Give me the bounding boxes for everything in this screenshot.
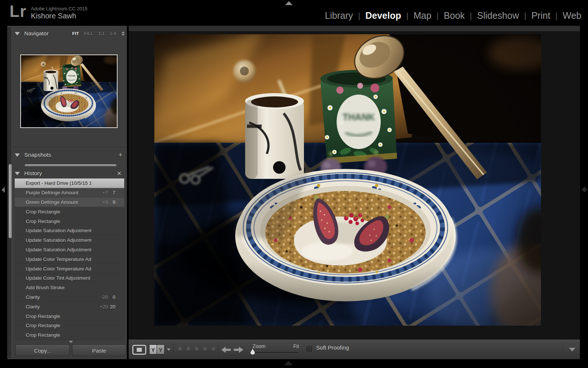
navigator-title: Navigator <box>24 30 49 37</box>
history-row[interactable]: Crop Rectangle <box>15 216 124 226</box>
before-view-label[interactable]: Y <box>149 344 157 354</box>
collapse-triangle-icon[interactable] <box>15 172 20 175</box>
collapse-triangle-icon[interactable] <box>15 32 20 35</box>
zoom-slider-thumb-icon[interactable] <box>250 348 255 355</box>
history-step-value: 20 <box>108 304 124 309</box>
history-row[interactable]: Crop Rectangle <box>15 311 124 321</box>
history-row[interactable]: Update Saturation Adjustment <box>15 245 124 255</box>
left-panel: Navigator FITFILL1:11:4 Snapshots + Hist… <box>7 26 127 359</box>
zoom-ratio-stepper-icon[interactable] <box>122 31 125 36</box>
section-divider <box>7 147 127 148</box>
next-photo-arrow-icon[interactable] <box>234 347 243 353</box>
snapshots-header[interactable]: Snapshots + <box>12 149 125 160</box>
expand-right-panel-grip-icon[interactable] <box>582 187 587 193</box>
history-step-label: Clarity <box>15 294 91 300</box>
history-row[interactable]: Update Color Temperature Adjustment <box>15 264 124 273</box>
expand-top-panel-arrow-icon[interactable] <box>285 1 293 5</box>
history-row[interactable]: Update Color Tint Adjustment <box>15 273 124 283</box>
module-print[interactable]: Print <box>531 10 550 21</box>
navigator-mode-1-1[interactable]: 1:1 <box>98 31 105 36</box>
photo-canvas[interactable] <box>154 34 541 326</box>
star-icon[interactable]: ★ <box>176 344 183 353</box>
before-after-dropdown-icon[interactable] <box>167 348 171 351</box>
soft-proofing-checkbox[interactable] <box>306 346 312 351</box>
snapshots-empty-bar <box>24 164 117 167</box>
history-step-label: Add Brush Stroke <box>15 285 91 290</box>
history-step-label: Crop Rectangle <box>15 323 91 328</box>
content-area <box>129 26 580 339</box>
toolbar-separator <box>563 343 563 357</box>
expand-bottom-panel-grip-icon[interactable] <box>283 361 294 366</box>
zoom-slider-track[interactable] <box>252 352 298 353</box>
module-map[interactable]: Map <box>413 10 431 21</box>
loupe-view-icon[interactable] <box>132 345 146 355</box>
star-icon[interactable]: ★ <box>193 344 200 353</box>
module-picker: Library|Develop|Map|Book|Slideshow|Print… <box>325 10 581 21</box>
history-row[interactable]: Update Saturation Adjustment <box>15 226 124 236</box>
history-step-delta: +20 <box>91 304 108 309</box>
navigator-mode-fill[interactable]: FILL <box>84 31 93 36</box>
history-row[interactable]: Crop Rectangle <box>15 207 124 216</box>
history-step-label: Purple Defringe Amount <box>15 190 91 195</box>
star-icon[interactable]: ★ <box>201 344 208 353</box>
module-book[interactable]: Book <box>444 10 465 21</box>
history-row[interactable]: Export - Hard Drive (10/5/15 11:28:4... <box>15 178 124 188</box>
history-step-value: 7 <box>108 190 124 195</box>
previous-photo-arrow-icon[interactable] <box>221 347 231 353</box>
before-after-button[interactable]: Y Y <box>149 344 165 354</box>
clear-history-icon[interactable]: ✕ <box>117 170 122 177</box>
history-step-label: Update Color Tint Adjustment <box>15 275 91 281</box>
identity-plate-product: Adobe Lightroom CC 2015 <box>31 6 87 11</box>
soft-proofing-label: Soft Proofing <box>316 344 349 351</box>
star-icon[interactable]: ★ <box>210 344 217 353</box>
zoom-fit-label: Fit <box>293 343 299 349</box>
identity-plate-user: Kishore Sawh <box>31 12 76 20</box>
toolbar-options-dropdown-icon[interactable] <box>569 348 576 351</box>
history-row[interactable]: Green Defringe Amount+99 <box>15 198 124 207</box>
module-separator: | <box>401 11 413 21</box>
panel-resize-triangle-icon[interactable] <box>69 341 73 343</box>
history-step-delta: -20 <box>91 294 108 300</box>
lightroom-logo: Lr <box>10 2 26 21</box>
toolbar: Y Y ★★★★★ Zoom Fit Soft Proofing <box>129 339 580 359</box>
right-window-edge <box>580 26 588 359</box>
top-bar: Lr Adobe Lightroom CC 2015 Kishore Sawh … <box>0 0 588 26</box>
collapse-left-panel-arrow-icon[interactable] <box>1 187 5 193</box>
module-library[interactable]: Library <box>325 10 353 21</box>
module-slideshow[interactable]: Slideshow <box>477 10 519 21</box>
panel-scrollbar-track[interactable] <box>8 27 12 358</box>
history-step-label: Green Defringe Amount <box>15 199 91 205</box>
navigator-thumbnail[interactable] <box>20 54 118 128</box>
history-list: Export - Hard Drive (10/5/15 11:28:4...P… <box>15 178 124 340</box>
history-step-label: Update Saturation Adjustment <box>15 247 91 252</box>
module-separator: | <box>353 11 365 21</box>
module-web[interactable]: Web <box>563 10 581 21</box>
navigator-thumbnail-svg <box>21 55 117 127</box>
history-row[interactable]: Clarity+2020 <box>15 302 124 311</box>
history-header[interactable]: History ✕ <box>12 168 125 179</box>
paste-button[interactable]: Paste <box>72 344 126 356</box>
history-row[interactable]: Purple Defringe Amount+77 <box>15 188 124 198</box>
history-row[interactable]: Update Saturation Adjustment <box>15 236 124 245</box>
history-step-delta: +7 <box>91 190 108 195</box>
history-step-label: Update Saturation Adjustment <box>15 228 91 233</box>
history-step-value: 9 <box>108 199 124 205</box>
toolbar-separator <box>173 343 174 357</box>
add-snapshot-icon[interactable]: + <box>118 151 122 159</box>
bottom-window-edge <box>0 359 588 368</box>
collapse-triangle-icon[interactable] <box>15 153 20 157</box>
navigator-header[interactable]: Navigator FITFILL1:11:4 <box>12 28 125 39</box>
history-row[interactable]: Clarity-200 <box>15 293 124 302</box>
navigator-mode-1-4[interactable]: 1:4 <box>110 31 116 36</box>
module-develop[interactable]: Develop <box>365 10 401 21</box>
after-view-label[interactable]: Y <box>157 344 165 354</box>
copy-button[interactable]: Copy... <box>15 344 70 356</box>
history-row[interactable]: Update Color Temperature Adjustment <box>15 254 124 264</box>
history-title: History <box>24 170 42 177</box>
history-row[interactable]: Crop Rectangle <box>15 321 124 330</box>
panel-scrollbar-thumb[interactable] <box>8 164 12 238</box>
star-icon[interactable]: ★ <box>185 344 192 353</box>
history-row[interactable]: Crop Rectangle <box>15 330 124 340</box>
history-row[interactable]: Add Brush Stroke <box>15 283 124 293</box>
navigator-mode-fit[interactable]: FIT <box>72 31 79 36</box>
